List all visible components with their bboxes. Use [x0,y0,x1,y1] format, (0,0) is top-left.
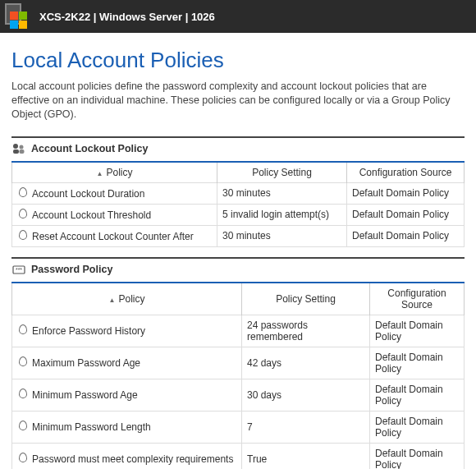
svg-text:***: *** [16,267,22,273]
password-policy-icon: *** [11,264,26,275]
policy-source: Default Domain Policy [370,411,465,443]
col-header-source[interactable]: Configuration Source [347,162,465,183]
policy-source: Default Domain Policy [347,182,465,204]
table-row[interactable]: Reset Account Lockout Counter After 30 m… [12,225,465,246]
policy-icon [17,389,29,401]
policy-icon [17,230,29,242]
table-row[interactable]: Maximum Password Age 42 days Default Dom… [12,347,465,379]
policy-name: Account Lockout Duration [32,188,144,200]
topbar: XCS-2K22 | Windows Server | 1026 [0,0,476,33]
policy-name: Maximum Password Age [32,357,140,369]
policy-name: Enforce Password History [32,325,145,337]
policy-setting: 24 passwords remembered [242,315,370,347]
lockout-policy-table: Policy Policy Setting Configuration Sour… [11,161,465,247]
policy-name: Minimum Password Age [32,389,138,401]
policy-icon [17,324,29,337]
policy-icon [17,356,29,369]
table-row[interactable]: Minimum Password Length 7 Default Domain… [12,411,465,443]
table-row[interactable]: Account Lockout Threshold 5 invalid logi… [12,204,465,225]
table-row[interactable]: Password must meet complexity requiremen… [12,443,465,469]
content-area: Local Account Policies Local account pol… [0,33,476,469]
policy-source: Default Domain Policy [347,204,465,225]
policy-setting: 42 days [242,347,370,379]
table-row[interactable]: Account Lockout Duration 30 minutes Defa… [12,182,465,204]
svg-rect-3 [20,149,25,154]
policy-setting: 30 days [242,379,370,411]
policy-icon [17,421,29,433]
policy-source: Default Domain Policy [347,225,465,246]
policy-icon [17,453,29,465]
svg-point-0 [13,144,18,149]
policy-setting: 30 minutes [217,182,347,204]
policy-setting: True [242,443,370,469]
page-intro: Local account policies define the passwo… [11,80,465,122]
table-row[interactable]: Minimum Password Age 30 days Default Dom… [12,379,465,411]
col-header-setting[interactable]: Policy Setting [217,162,347,183]
col-header-source[interactable]: Configuration Source [370,283,465,315]
policy-icon [17,187,29,200]
svg-point-2 [20,145,24,149]
section-title: Account Lockout Policy [31,143,148,154]
section-header-lockout: Account Lockout Policy [11,136,465,158]
policy-setting: 30 minutes [217,225,347,246]
section-header-password: *** Password Policy [11,257,465,278]
page-title: Local Account Policies [11,48,465,73]
policy-name: Password must meet complexity requiremen… [32,453,233,465]
policy-name: Account Lockout Threshold [32,209,151,221]
password-policy-table: Policy Policy Setting Configuration Sour… [11,282,465,469]
policy-source: Default Domain Policy [370,443,465,469]
policy-source: Default Domain Policy [370,379,465,411]
policy-name: Reset Account Lockout Counter After [32,231,194,242]
topbar-title: XCS-2K22 | Windows Server | 1026 [39,11,215,23]
col-header-policy[interactable]: Policy [12,283,242,315]
app-logo-icon [7,5,30,28]
table-row[interactable]: Enforce Password History 24 passwords re… [12,315,465,347]
policy-setting: 7 [242,411,370,443]
policy-icon [17,209,29,221]
col-header-setting[interactable]: Policy Setting [242,283,370,315]
col-header-policy[interactable]: Policy [12,162,217,183]
policy-source: Default Domain Policy [370,347,465,379]
policy-source: Default Domain Policy [370,315,465,347]
section-title: Password Policy [31,264,112,275]
policy-setting: 5 invalid login attempt(s) [217,204,347,225]
policy-name: Minimum Password Length [32,421,151,433]
account-lockout-icon [11,143,26,154]
svg-rect-1 [13,149,19,154]
